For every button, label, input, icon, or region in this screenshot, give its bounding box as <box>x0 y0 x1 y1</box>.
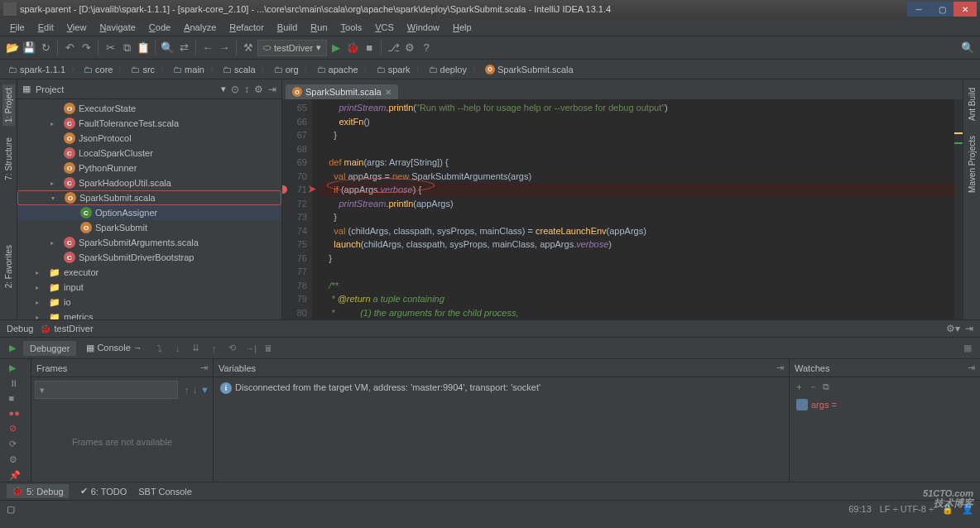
duplicate-watch-icon[interactable]: ⧉ <box>823 382 829 392</box>
vcs-icon[interactable]: ⎇ <box>386 41 401 55</box>
thread-combo[interactable]: ▾ <box>35 381 178 399</box>
remove-watch-icon[interactable]: － <box>809 381 818 393</box>
scroll-to-icon[interactable]: ⊙ <box>231 84 239 95</box>
frame-down-icon[interactable]: ↓ <box>193 385 198 395</box>
close-tab-icon[interactable]: ✕ <box>385 88 392 97</box>
project-tool-tab[interactable]: 1: Project <box>2 84 15 126</box>
run-icon[interactable]: ▶ <box>329 41 343 55</box>
tree-item[interactable]: COptionAssigner <box>17 205 281 220</box>
breadcrumb-seg[interactable]: 🗀org <box>271 63 302 76</box>
project-view-title[interactable]: Project <box>36 84 216 94</box>
force-step-into-icon[interactable]: ⇊ <box>189 341 204 356</box>
tree-item[interactable]: CSparkSubmitDriverBootstrap <box>17 250 281 265</box>
settings-icon[interactable]: ⚙ <box>402 41 417 55</box>
debugger-tab[interactable]: Debugger <box>23 341 76 356</box>
tree-item[interactable]: 📁input <box>17 280 281 295</box>
paste-icon[interactable]: 📋 <box>136 41 151 55</box>
menu-edit[interactable]: Edit <box>31 20 60 35</box>
breadcrumb-seg[interactable]: 🗀spark-1.1.1 <box>5 63 69 76</box>
menu-file[interactable]: File <box>3 20 31 35</box>
build-icon[interactable]: ⚒ <box>241 41 256 55</box>
menu-build[interactable]: Build <box>271 20 304 35</box>
redo-icon[interactable]: ↷ <box>79 41 94 55</box>
layout-icon[interactable]: ▦ <box>960 341 975 356</box>
step-out-icon[interactable]: ↑ <box>207 341 222 356</box>
resume-icon[interactable]: ▶ <box>9 362 22 373</box>
tree-item[interactable]: CFaultToleranceTest.scala <box>17 116 281 131</box>
pause-icon[interactable]: ⏸ <box>9 378 22 388</box>
favorites-tool-tab[interactable]: 2: Favorites <box>2 242 15 291</box>
debug-icon[interactable]: 🐞 <box>345 41 360 55</box>
tree-item[interactable]: CSparkHadoopUtil.scala <box>17 175 281 190</box>
menu-window[interactable]: Window <box>401 20 446 35</box>
hide-icon[interactable]: ⇥ <box>268 84 276 95</box>
menu-help[interactable]: Help <box>446 20 478 35</box>
help-icon[interactable]: ? <box>419 41 434 55</box>
debug-gear-icon[interactable]: ⚙▾ <box>946 323 960 334</box>
editor-gutter[interactable]: 6566676869707172737475767778798081 <box>282 99 312 319</box>
editor-tab[interactable]: O SparkSubmit.scala ✕ <box>286 84 398 99</box>
evaluate-icon[interactable]: 🖩 <box>262 341 276 356</box>
collapse-icon[interactable]: ↕ <box>244 84 249 95</box>
breadcrumb-seg[interactable]: 🗀deploy <box>425 63 470 76</box>
open-icon[interactable]: 📂 <box>5 41 20 55</box>
tree-item[interactable]: OPythonRunner <box>17 161 281 175</box>
frame-filter-icon[interactable]: ▼ <box>200 385 209 395</box>
encoding-label[interactable]: LF ÷ UTF-8 ÷ <box>880 504 934 515</box>
mute-breakpoints-icon[interactable]: ⊘ <box>9 423 22 434</box>
pin-icon[interactable]: 📌 <box>9 470 22 481</box>
breadcrumb-seg[interactable]: 🗀scala <box>219 63 259 76</box>
project-view-dropdown-icon[interactable]: ▾ <box>221 84 226 94</box>
tree-item[interactable]: OJsonProtocol <box>17 131 281 146</box>
minimize-button[interactable]: ─ <box>907 2 930 17</box>
gear-icon[interactable]: ⚙ <box>254 84 263 95</box>
tree-item[interactable]: CLocalSparkCluster <box>17 146 281 161</box>
tree-item[interactable]: OSparkSubmit <box>17 220 281 235</box>
project-tree[interactable]: OExecutorStateCFaultToleranceTest.scalaO… <box>17 99 281 319</box>
tree-item[interactable]: CSparkSubmitArguments.scala <box>17 235 281 250</box>
step-over-icon[interactable]: ⤵ <box>152 341 167 356</box>
run-config-combo[interactable]: ⬭ testDriver ▾ <box>257 40 327 56</box>
forward-icon[interactable]: → <box>217 41 232 55</box>
tree-item[interactable]: OSparkSubmit.scala <box>17 190 281 205</box>
watch-item[interactable]: args = <box>796 399 973 410</box>
stop-icon[interactable]: ■ <box>362 41 377 55</box>
lock-icon[interactable]: 🔒 <box>942 504 954 515</box>
tree-item[interactable]: 📁io <box>17 295 281 310</box>
stop-process-icon[interactable]: ■ <box>9 393 22 403</box>
close-button[interactable]: ✕ <box>954 2 977 17</box>
debug-tool-tab[interactable]: 🐞 5: Debug <box>7 484 69 498</box>
menu-view[interactable]: View <box>60 20 94 35</box>
replace-icon[interactable]: ⇄ <box>176 41 191 55</box>
undo-icon[interactable]: ↶ <box>62 41 77 55</box>
frame-up-icon[interactable]: ↑ <box>185 385 190 395</box>
sbt-console-tab[interactable]: SBT Console <box>138 487 192 497</box>
maximize-button[interactable]: ▢ <box>930 2 954 17</box>
maven-projects-tab[interactable]: Maven Projects <box>966 132 978 196</box>
restore-layout-icon[interactable]: ⟳ <box>9 439 22 449</box>
run-to-cursor-icon[interactable]: →| <box>243 341 258 356</box>
settings-debug-icon[interactable]: ⚙ <box>9 454 22 465</box>
menu-navigate[interactable]: Navigate <box>93 20 142 35</box>
project-combo-icon[interactable]: ▦ <box>22 84 31 94</box>
breadcrumb-seg[interactable]: 🗀src <box>127 63 158 76</box>
breadcrumb-seg[interactable]: 🗀apache <box>314 63 362 76</box>
menu-code[interactable]: Code <box>142 20 177 35</box>
rerun-icon[interactable]: ▶ <box>5 341 20 356</box>
breadcrumb-seg[interactable]: 🗀core <box>80 63 116 76</box>
error-stripe[interactable] <box>954 99 963 319</box>
cut-icon[interactable]: ✂ <box>103 41 118 55</box>
menu-vcs[interactable]: VCS <box>368 20 401 35</box>
frames-hide-icon[interactable]: ⇥ <box>200 362 208 373</box>
code-area[interactable]: ➤ printStream.println("Run with --help f… <box>312 99 954 319</box>
tree-item[interactable]: OExecutorState <box>17 101 281 116</box>
search-everywhere-icon[interactable]: 🔍 <box>960 41 975 55</box>
tree-item[interactable]: 📁metrics <box>17 310 281 319</box>
breadcrumb-seg[interactable]: 🗀main <box>170 63 208 76</box>
save-icon[interactable]: 💾 <box>22 41 36 55</box>
breadcrumb-seg[interactable]: 🗀spark <box>373 63 414 76</box>
todo-tool-tab[interactable]: ✔ 6: TODO <box>80 486 127 497</box>
watches-hide-icon[interactable]: ⇥ <box>968 362 975 373</box>
structure-tool-tab[interactable]: 7: Structure <box>2 134 15 184</box>
console-tab[interactable]: ▦ Console → <box>79 340 148 356</box>
